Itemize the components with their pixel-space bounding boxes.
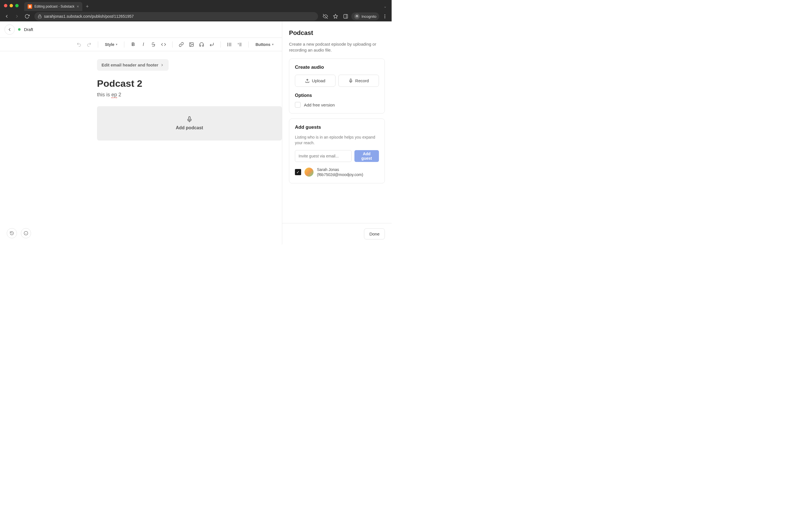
microphone-icon	[186, 116, 193, 122]
svg-rect-3	[344, 14, 348, 18]
sidebar-title: Podcast	[289, 29, 385, 37]
image-button[interactable]	[187, 40, 196, 49]
main-area: Draft Style ▾ B I	[0, 21, 282, 244]
svg-point-16	[227, 43, 228, 43]
svg-marker-2	[334, 14, 338, 18]
editor-toolbar: Style ▾ B I	[0, 38, 282, 51]
podcast-sidebar: Podcast Create a new podcast episode by …	[282, 21, 392, 244]
record-label: Record	[355, 78, 369, 83]
window-controls	[4, 4, 18, 7]
svg-point-9	[385, 17, 386, 18]
svg-point-12	[191, 43, 191, 44]
italic-button[interactable]: I	[139, 40, 148, 49]
svg-point-7	[385, 14, 386, 15]
info-button[interactable]	[21, 228, 31, 238]
linebreak-button[interactable]	[207, 40, 216, 49]
svg-point-8	[385, 16, 386, 17]
add-guests-panel: Add guests Listing who is in an episode …	[289, 119, 385, 183]
side-panel-icon[interactable]	[341, 12, 350, 21]
invite-email-input[interactable]	[295, 150, 352, 162]
ordered-list-button[interactable]	[235, 40, 245, 49]
edit-email-header-button[interactable]: Edit email header and footer	[97, 59, 168, 71]
app-root: Draft Style ▾ B I	[0, 21, 392, 244]
strikethrough-button[interactable]	[149, 40, 158, 49]
guest-name-label: Sarah Jonas(f6b7502d@moodjoy.com)	[317, 167, 363, 177]
style-label: Style	[105, 42, 114, 47]
window-close-button[interactable]	[4, 4, 7, 7]
redo-button[interactable]	[84, 40, 94, 49]
editor-back-button[interactable]	[4, 24, 15, 35]
nav-forward-button[interactable]	[12, 12, 21, 21]
browser-chrome: Editing podcast - Substack × + ⌄ sarahjo…	[0, 0, 392, 21]
sidebar-description: Create a new podcast episode by uploadin…	[289, 41, 385, 53]
post-title-input[interactable]: Podcast 2	[97, 78, 282, 89]
chrome-menu-button[interactable]	[380, 12, 389, 21]
options-heading: Options	[295, 93, 379, 98]
url-text: sarahjonas1.substack.com/publish/post/11…	[44, 14, 134, 18]
buttons-dropdown[interactable]: Buttons ▾	[253, 40, 276, 49]
microphone-icon	[349, 78, 353, 83]
svg-point-18	[227, 45, 228, 46]
bookmark-star-icon[interactable]	[331, 12, 340, 21]
svg-point-17	[227, 44, 228, 45]
audio-button[interactable]	[197, 40, 206, 49]
record-button[interactable]: Record	[338, 75, 379, 87]
bold-button[interactable]: B	[128, 40, 138, 49]
spelling-error: ep	[111, 92, 117, 98]
incognito-icon	[354, 13, 360, 19]
style-dropdown[interactable]: Style ▾	[102, 40, 120, 49]
chevron-down-icon: ▾	[116, 43, 117, 46]
svg-point-5	[356, 16, 357, 17]
new-tab-button[interactable]: +	[82, 4, 92, 10]
bullet-list-button[interactable]	[225, 40, 234, 49]
free-version-checkbox[interactable]	[295, 102, 301, 108]
window-maximize-button[interactable]	[15, 4, 18, 7]
chevron-right-icon	[160, 63, 164, 67]
avatar	[305, 168, 313, 177]
add-guests-heading: Add guests	[295, 124, 379, 130]
undo-button[interactable]	[74, 40, 84, 49]
add-podcast-dropzone[interactable]: Add podcast	[97, 106, 282, 140]
nav-reload-button[interactable]	[22, 12, 32, 21]
window-minimize-button[interactable]	[10, 4, 13, 7]
tab-favicon-icon	[28, 4, 32, 9]
chevron-down-icon: ▾	[272, 43, 273, 46]
lock-icon	[38, 14, 42, 18]
add-guests-description: Listing who is in an episode helps you e…	[295, 135, 379, 146]
incognito-label: Incognito	[361, 14, 376, 18]
guest-checkbox[interactable]: ✓	[295, 169, 301, 175]
create-audio-heading: Create audio	[295, 64, 379, 70]
post-subtitle-input[interactable]: this is ep 2	[97, 92, 282, 98]
upload-icon	[305, 78, 310, 83]
address-bar[interactable]: sarahjonas1.substack.com/publish/post/11…	[35, 12, 318, 20]
browser-titlebar: Editing podcast - Substack × + ⌄	[0, 0, 392, 11]
edit-email-header-label: Edit email header and footer	[101, 62, 158, 67]
upload-button[interactable]: Upload	[295, 75, 336, 87]
sidebar-footer: Done	[282, 223, 392, 244]
incognito-badge[interactable]: Incognito	[351, 12, 379, 20]
app-header: Draft	[0, 21, 282, 38]
history-button[interactable]	[7, 228, 17, 238]
add-guest-button[interactable]: Add guest	[354, 150, 379, 162]
status-dot-icon	[18, 28, 20, 31]
svg-point-6	[357, 16, 358, 17]
post-status-label: Draft	[24, 27, 33, 32]
add-podcast-label: Add podcast	[176, 125, 203, 130]
free-version-label: Add free version	[304, 103, 335, 107]
svg-rect-0	[38, 16, 42, 18]
tab-close-button[interactable]: ×	[77, 4, 79, 9]
create-audio-panel: Create audio Upload Record Options Add f…	[289, 59, 385, 114]
browser-toolbar: sarahjonas1.substack.com/publish/post/11…	[0, 11, 392, 21]
editor-body: Edit email header and footer Podcast 2 t…	[0, 51, 282, 244]
code-button[interactable]	[159, 40, 168, 49]
tabs-overflow-button[interactable]: ⌄	[384, 4, 387, 8]
guest-row: ✓ Sarah Jonas(f6b7502d@moodjoy.com)	[295, 167, 379, 177]
upload-label: Upload	[312, 78, 325, 83]
buttons-label: Buttons	[255, 42, 270, 47]
browser-tab[interactable]: Editing podcast - Substack ×	[24, 2, 82, 11]
nav-back-button[interactable]	[2, 12, 11, 21]
done-button[interactable]: Done	[364, 228, 385, 239]
tracking-icon[interactable]	[321, 12, 330, 21]
tab-title: Editing podcast - Substack	[35, 4, 74, 8]
link-button[interactable]	[176, 40, 186, 49]
